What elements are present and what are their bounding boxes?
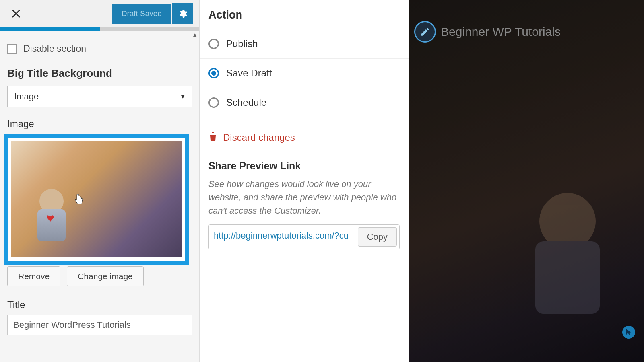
progress-bar	[0, 27, 199, 31]
radio-circle-schedule	[208, 97, 219, 108]
preview-site-title: Beginner WP Tutorials	[441, 25, 561, 39]
share-link-row: http://beginnerwptutorials.com/?cu Copy	[208, 224, 400, 249]
sidebar-body: Disable section Big Title Background Ima…	[0, 31, 199, 362]
draft-saved-button[interactable]: Draft Saved	[112, 4, 171, 24]
progress-fill	[0, 27, 100, 31]
settings-gear-button[interactable]	[172, 3, 193, 24]
change-image-button[interactable]: Change image	[67, 266, 144, 286]
radio-schedule[interactable]: Schedule	[208, 90, 400, 115]
image-button-row: Remove Change image	[7, 266, 192, 286]
hand-cursor-icon	[74, 193, 83, 206]
trash-icon	[208, 131, 217, 144]
discard-changes-link[interactable]: Discard changes	[208, 131, 400, 144]
preview-cursor-button[interactable]	[622, 326, 635, 339]
image-field-label: Image	[7, 118, 192, 130]
radio-circle-save-draft	[208, 68, 219, 78]
sidebar-header: Draft Saved	[0, 0, 199, 27]
disable-section-checkbox[interactable]	[7, 44, 17, 54]
title-field-label: Title	[7, 299, 192, 311]
radio-circle-publish	[208, 39, 219, 49]
arrow-cursor-icon	[625, 329, 632, 336]
title-input[interactable]	[7, 315, 192, 335]
close-icon	[12, 9, 21, 18]
divider	[200, 117, 409, 117]
draft-saved-label: Draft Saved	[122, 9, 162, 18]
disable-section-label: Disable section	[23, 43, 86, 54]
edit-shortcut-button[interactable]	[414, 21, 436, 43]
divider	[200, 88, 409, 88]
site-preview: Beginner WP Tutorials	[409, 0, 644, 362]
share-preview-description: See how changes would look live on your …	[208, 177, 400, 217]
remove-image-button[interactable]: Remove	[7, 266, 60, 286]
radio-label-schedule: Schedule	[226, 97, 266, 108]
radio-publish[interactable]: Publish	[208, 31, 400, 57]
preview-bg-teddy-icon	[507, 177, 628, 338]
radio-save-draft[interactable]: Save Draft	[208, 60, 400, 86]
share-preview-heading: Share Preview Link	[208, 160, 400, 172]
customizer-sidebar: Draft Saved ▲ Disable section Big Title …	[0, 0, 199, 362]
radio-label-publish: Publish	[226, 38, 258, 49]
bg-type-selected: Image	[14, 91, 39, 102]
image-preview[interactable]	[11, 141, 182, 257]
action-panel: Action Publish Save Draft Schedule Disca…	[199, 0, 409, 362]
big-title-bg-heading: Big Title Background	[7, 67, 192, 80]
copy-button[interactable]: Copy	[358, 227, 397, 247]
share-link-input[interactable]: http://beginnerwptutorials.com/?cu	[209, 225, 355, 249]
close-button[interactable]	[6, 4, 26, 24]
disable-section-row[interactable]: Disable section	[7, 43, 192, 54]
bg-type-select[interactable]: Image ▼	[7, 86, 192, 107]
preview-header: Beginner WP Tutorials	[414, 21, 561, 43]
divider	[200, 58, 409, 59]
image-preview-frame	[4, 134, 189, 265]
discard-changes-label: Discard changes	[223, 132, 295, 143]
gear-icon	[178, 9, 188, 19]
pencil-icon	[420, 27, 430, 37]
action-heading: Action	[208, 9, 400, 21]
preview-teddy-icon	[31, 189, 80, 253]
radio-label-save-draft: Save Draft	[226, 68, 272, 79]
